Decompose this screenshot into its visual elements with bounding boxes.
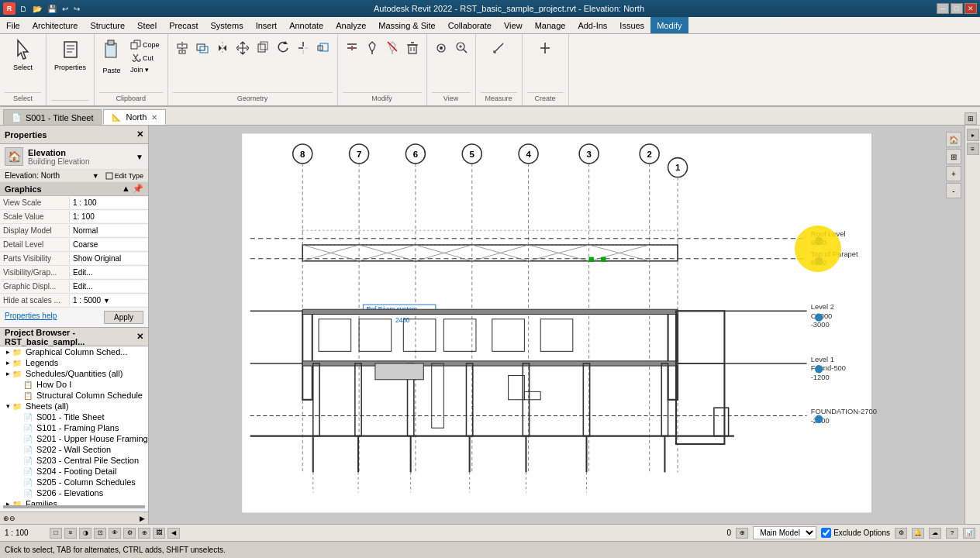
menu-collaborate[interactable]: Collaborate <box>442 17 498 33</box>
tree-item-13[interactable]: 📄S206 - Elevations <box>0 487 148 498</box>
right-panel-btn1[interactable]: ▸ <box>967 129 979 141</box>
ribbon-pin-btn[interactable] <box>363 39 381 57</box>
ribbon-create-btn[interactable] <box>536 39 554 57</box>
window-controls[interactable]: ─ □ ✕ <box>937 3 977 14</box>
graphics-section-header[interactable]: Graphics ▲ 📌 <box>0 182 148 196</box>
menu-structure[interactable]: Structure <box>84 17 131 33</box>
apply-button[interactable]: Apply <box>104 311 143 324</box>
tree-item-5[interactable]: ▾📁Sheets (all) <box>0 401 148 412</box>
menu-insert[interactable]: Insert <box>250 17 284 33</box>
hide-scales-dropdown[interactable]: ▼ <box>103 297 110 305</box>
prop-detail-level-value[interactable]: Coarse <box>70 239 148 250</box>
tree-toggle-0[interactable]: ▸ <box>3 348 12 356</box>
ribbon-paste-btn[interactable]: Paste <box>99 37 124 76</box>
tree-item-14[interactable]: ▸📁Families <box>0 498 148 505</box>
elevation-dropdown-icon[interactable]: ▼ <box>92 172 99 180</box>
design-options-icon[interactable]: ⊕ <box>138 528 150 539</box>
tree-toggle-5[interactable]: ▾ <box>3 402 12 410</box>
menu-massing[interactable]: Massing & Site <box>372 17 441 33</box>
properties-help-link[interactable]: Properties help <box>5 312 57 320</box>
ribbon-zoom-btn[interactable] <box>452 39 471 57</box>
view-zoom-out-btn[interactable]: - <box>946 183 961 198</box>
tree-toggle-2[interactable]: ▸ <box>3 370 12 377</box>
ribbon-unpin-btn[interactable] <box>383 39 402 57</box>
prop-hide-scales-value[interactable]: 1 : 5000 ▼ <box>70 294 148 306</box>
canvas-area[interactable]: 8 7 6 5 4 3 2 <box>149 126 964 524</box>
ribbon-offset-btn[interactable] <box>193 39 212 57</box>
view-zoom-fit-btn[interactable]: ⊞ <box>946 149 961 164</box>
maximize-button[interactable]: □ <box>951 3 963 14</box>
menu-steel[interactable]: Steel <box>131 17 163 33</box>
tab-north[interactable]: 📐 North ✕ <box>103 109 166 125</box>
ribbon-rotate-btn[interactable] <box>274 39 292 57</box>
qa-redo[interactable]: ↪ <box>72 5 81 13</box>
crop-icon[interactable]: ⊡ <box>94 528 106 539</box>
status-icon-d[interactable]: ? <box>946 528 958 539</box>
ribbon-scale-btn[interactable] <box>314 39 333 57</box>
tab-close-icon[interactable]: ✕ <box>151 113 157 122</box>
section-pin-icon[interactable]: 📌 <box>133 184 143 194</box>
menu-modify[interactable]: Modify <box>650 17 688 33</box>
tab-panel-toggle[interactable]: ⊞ <box>964 112 977 125</box>
arrow-left-icon[interactable]: ◀ <box>167 528 180 539</box>
tree-toggle-14[interactable]: ▸ <box>3 500 12 505</box>
menu-architecture[interactable]: Architecture <box>26 17 85 33</box>
tab-title-sheet[interactable]: 📄 S001 - Title Sheet <box>3 109 102 125</box>
menu-precast[interactable]: Precast <box>163 17 204 33</box>
tree-item-0[interactable]: ▸📁Graphical Column Sched... <box>0 346 148 357</box>
ribbon-move-btn[interactable] <box>233 39 252 57</box>
tree-toggle-1[interactable]: ▸ <box>3 359 12 367</box>
menu-analyze[interactable]: Analyze <box>330 17 372 33</box>
tree-item-1[interactable]: ▸📁Legends <box>0 357 148 368</box>
ribbon-delete-btn[interactable] <box>403 39 422 57</box>
menu-addins[interactable]: Add-Ins <box>571 17 613 33</box>
tree-item-11[interactable]: 📄S204 - Footing Detail <box>0 466 148 477</box>
ribbon-align-btn[interactable] <box>173 39 192 57</box>
exclude-options-checkbox[interactable] <box>821 528 831 538</box>
menu-file[interactable]: File <box>0 17 26 33</box>
status-icon-e[interactable]: 📊 <box>963 528 975 539</box>
model-selector[interactable]: Main Model <box>753 526 816 539</box>
menu-systems[interactable]: Systems <box>204 17 249 33</box>
edit-type-btn[interactable]: Edit Type <box>105 172 143 180</box>
view-zoom-in-btn[interactable]: + <box>946 166 961 181</box>
status-icon-a[interactable]: ⚙ <box>895 528 907 539</box>
ribbon-mirror-btn[interactable] <box>213 39 232 57</box>
pb-collapse-icon[interactable]: ⊖ <box>9 515 16 522</box>
ribbon-view-btn[interactable] <box>432 39 450 57</box>
tree-item-2[interactable]: ▸📁Schedules/Quantities (all) <box>0 368 148 379</box>
ribbon-select-btn[interactable]: Select <box>10 37 36 73</box>
type-dropdown-icon[interactable]: ▼ <box>136 153 143 161</box>
tree-item-8[interactable]: 📄S201 - Upper House Framing <box>0 433 148 444</box>
close-button[interactable]: ✕ <box>964 3 977 14</box>
ribbon-measure-btn[interactable] <box>489 39 508 57</box>
menu-annotate[interactable]: Annotate <box>283 17 330 33</box>
render-icon[interactable]: 🖼 <box>153 528 165 539</box>
display-mode-icon[interactable]: □ <box>50 528 62 539</box>
ribbon-properties-btn[interactable]: Properties <box>51 37 89 73</box>
reveal-hidden-icon[interactable]: 👁 <box>109 528 121 539</box>
worksets-icon[interactable]: ⚙ <box>123 528 136 539</box>
prop-graphic-disp-value[interactable]: Edit... <box>70 281 148 292</box>
coord-icon[interactable]: ⊕ <box>736 528 748 539</box>
prop-vis-graph-value[interactable]: Edit... <box>70 267 148 278</box>
ribbon-cut-btn[interactable]: Cut <box>127 52 163 64</box>
ribbon-split-btn[interactable] <box>343 39 361 57</box>
properties-close-icon[interactable]: ✕ <box>136 129 143 140</box>
ribbon-join-btn[interactable]: Join ▾ <box>127 65 163 74</box>
prop-display-model-value[interactable]: Normal <box>70 225 148 236</box>
status-icon-b[interactable]: 🔔 <box>912 528 924 539</box>
ribbon-cope-btn[interactable]: Cope <box>127 39 163 51</box>
menu-view[interactable]: View <box>498 17 529 33</box>
ribbon-trim-btn[interactable] <box>294 39 312 57</box>
pb-expand-icon[interactable]: ⊕ <box>3 515 9 522</box>
right-panel-btn2[interactable]: ≡ <box>967 143 979 155</box>
prop-view-scale-value[interactable]: 1 : 100 <box>70 197 148 208</box>
qa-undo[interactable]: ↩ <box>60 5 70 13</box>
section-collapse-icon[interactable]: ▲ <box>122 184 130 194</box>
pb-close-icon[interactable]: ✕ <box>136 332 143 342</box>
tree-item-12[interactable]: 📄S205 - Column Schedules <box>0 477 148 487</box>
tree-item-10[interactable]: 📄S203 - Central Pile Section <box>0 455 148 466</box>
pb-arrow-right[interactable]: ▶ <box>140 515 145 522</box>
shadows-icon[interactable]: ◑ <box>79 528 91 539</box>
